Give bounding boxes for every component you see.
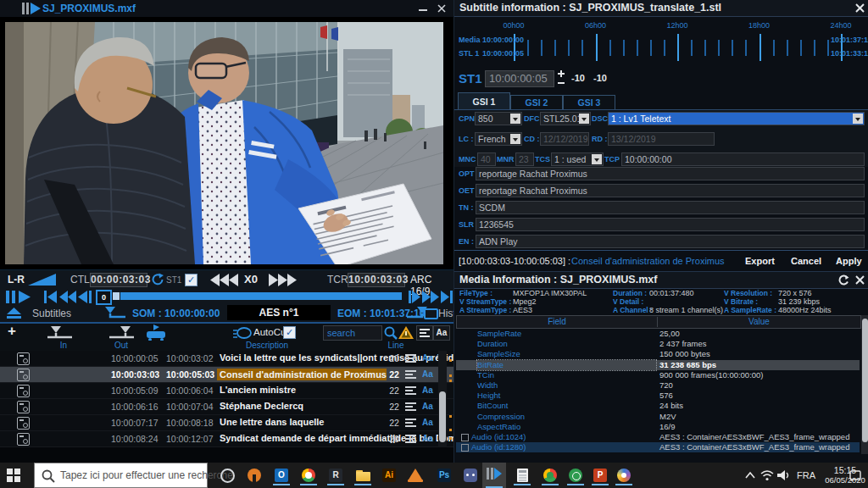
apply-button[interactable]: Apply — [836, 256, 862, 266]
media-table-row[interactable]: BitRate31 238 685 bps — [456, 360, 860, 370]
subtitle-row[interactable]: 10:00:08:2410:00:12:07Syndicat demande d… — [0, 431, 453, 447]
st1-spinner[interactable] — [558, 70, 566, 86]
taskbar-app-vlc[interactable] — [405, 465, 426, 485]
search-icon[interactable] — [384, 326, 398, 340]
taskbar-app-green-app[interactable] — [565, 465, 586, 485]
media-table-row[interactable]: SampleRate25,00 — [456, 329, 860, 339]
subtitle-text[interactable]: Stéphane Declercq — [220, 401, 303, 413]
subtitle-row[interactable]: 10:00:07:1710:00:08:18Une lettre dans la… — [0, 415, 453, 431]
subtitle-row[interactable]: 10:00:00:0510:00:03:02Voici la lettre qu… — [0, 351, 453, 367]
aes-indicator[interactable]: AES n°1 — [227, 305, 331, 320]
in-timecode[interactable]: 10:00:08:24 — [111, 434, 158, 444]
oet-input[interactable]: reportage Rachat Proximus — [476, 184, 865, 197]
mark-out-icon[interactable] — [107, 326, 137, 340]
ffwd-icon[interactable] — [422, 291, 439, 303]
taskbar-app-cortana[interactable] — [217, 465, 237, 485]
media-table-row[interactable]: BitCount24 bits — [456, 401, 860, 411]
subtitles-label[interactable]: Subtitles — [32, 308, 71, 319]
volume-wedge-icon[interactable] — [28, 274, 57, 286]
media-table-row[interactable]: Audio (id:1280)AES3 : ContainerAES3xBWF_… — [456, 442, 860, 452]
lc-select[interactable]: French — [475, 132, 522, 146]
align-icon[interactable] — [405, 402, 416, 411]
close-icon[interactable] — [854, 274, 866, 286]
search-input[interactable]: search — [323, 325, 382, 341]
tn-input[interactable]: SCDM — [476, 201, 865, 214]
taskbar-app-powerpoint[interactable]: P — [590, 465, 610, 485]
audio-checkbox[interactable] — [461, 444, 469, 452]
rewind-step-icon[interactable] — [59, 291, 76, 303]
ctl-timecode[interactable]: 00:00:03:03 — [90, 273, 147, 287]
taskbar-app-file-explorer[interactable] — [353, 465, 373, 485]
media-table-row[interactable]: Height576 — [456, 391, 860, 401]
rewind-icon[interactable] — [210, 274, 241, 286]
dsc-select[interactable]: 1 : Lv1 Teletext — [608, 112, 865, 125]
st1-checkbox[interactable]: ✓ — [185, 274, 198, 286]
font-icon[interactable]: Aa — [433, 325, 450, 341]
notification-icon[interactable] — [849, 470, 862, 481]
taskbar-app-illustrator[interactable]: Ai — [379, 465, 399, 485]
subtitle-text[interactable]: Une lettre dans laquelle — [220, 417, 324, 429]
tcr-timecode[interactable]: 10:00:03:03 — [348, 273, 405, 287]
tab-gsi-3[interactable]: GSI 3 — [563, 95, 615, 110]
eject-icon[interactable] — [7, 308, 21, 319]
out-timecode[interactable]: 10:00:07:04 — [166, 402, 213, 412]
seek-bar[interactable] — [120, 292, 402, 300]
video-viewport[interactable] — [0, 17, 453, 269]
frame-back-icon[interactable] — [78, 291, 92, 303]
minimize-icon[interactable] — [417, 3, 429, 14]
subtitle-scrollbar[interactable] — [438, 351, 447, 447]
taskbar-app-chrome[interactable] — [298, 465, 319, 485]
media-scrollbar[interactable] — [861, 315, 868, 454]
taskbar-app-discord[interactable] — [460, 465, 481, 485]
align-icon[interactable] — [405, 419, 416, 427]
slr-input[interactable]: 1236545 — [476, 218, 865, 231]
close-icon[interactable] — [436, 3, 448, 14]
taskbar-app-media-app-r[interactable]: R — [326, 465, 346, 485]
timecode-stamp-icon[interactable] — [17, 369, 30, 381]
font-style-icon[interactable]: Aa — [422, 402, 433, 411]
add-subtitle-icon[interactable]: + — [8, 323, 16, 340]
mark-in-icon[interactable] — [44, 326, 75, 340]
timecode-stamp-icon[interactable] — [17, 385, 30, 397]
taskbar-app-openvpn[interactable] — [244, 465, 264, 485]
warning-icon[interactable] — [398, 326, 414, 340]
media-table-row[interactable]: AspectRatio16/9 — [456, 422, 860, 432]
in-timecode[interactable]: 10:00:07:17 — [111, 418, 158, 428]
som-flag-icon[interactable] — [103, 307, 127, 319]
align-icon[interactable] — [405, 354, 416, 363]
seek-handle[interactable]: 0 — [96, 290, 112, 305]
timecode-stamp-icon[interactable] — [17, 433, 30, 446]
skip-end-icon[interactable] — [441, 291, 453, 303]
en-input[interactable]: ADN Play — [476, 235, 865, 248]
cpn-select[interactable]: 850 — [475, 112, 522, 125]
media-table-row[interactable]: TCin900 000 frames(10:00:00:00) — [456, 370, 860, 380]
autocue-checkbox[interactable]: ✓ — [283, 326, 296, 339]
tcs-select[interactable]: 1 : used — [551, 152, 604, 166]
subtitle-text[interactable]: Conseil d'administration de Proximus — [217, 369, 387, 380]
out-timecode[interactable]: 10:00:03:02 — [166, 353, 213, 363]
align-mode-icon[interactable] — [416, 325, 433, 341]
tab-gsi-1[interactable]: GSI 1 — [458, 92, 510, 110]
hist-icon[interactable] — [424, 308, 438, 319]
out-timecode[interactable]: 10:00:05:03 — [166, 369, 214, 380]
font-style-icon[interactable]: Aa — [422, 385, 433, 395]
subtitle-row[interactable]: 10:00:05:0910:00:06:04L'ancien ministre2… — [0, 383, 453, 399]
subtitle-row[interactable]: 10:00:03:0310:00:05:03Conseil d'administ… — [0, 367, 453, 383]
dfc-select[interactable]: STL25.01 — [540, 112, 591, 125]
start-button[interactable] — [7, 469, 32, 482]
insert-subtitle-icon[interactable] — [145, 324, 167, 341]
timecode-stamp-icon[interactable] — [17, 417, 30, 430]
wifi-icon[interactable] — [760, 469, 774, 481]
loop-icon[interactable] — [151, 273, 164, 286]
font-style-icon[interactable]: Aa — [422, 434, 433, 443]
play-step-icon[interactable] — [409, 291, 420, 303]
opt-input[interactable]: reportage Rachat Proximus — [476, 167, 865, 180]
taskbar-app-outlook[interactable]: O — [271, 465, 292, 485]
font-style-icon[interactable]: Aa — [422, 418, 433, 427]
out-timecode[interactable]: 10:00:06:04 — [166, 385, 213, 396]
align-icon[interactable] — [405, 386, 416, 395]
font-style-icon[interactable]: Aa — [422, 369, 433, 379]
media-table-row[interactable]: Width720 — [456, 380, 860, 391]
media-table-row[interactable]: SampleSize150 000 bytes — [456, 349, 860, 359]
font-style-icon[interactable]: Aa — [422, 353, 433, 363]
